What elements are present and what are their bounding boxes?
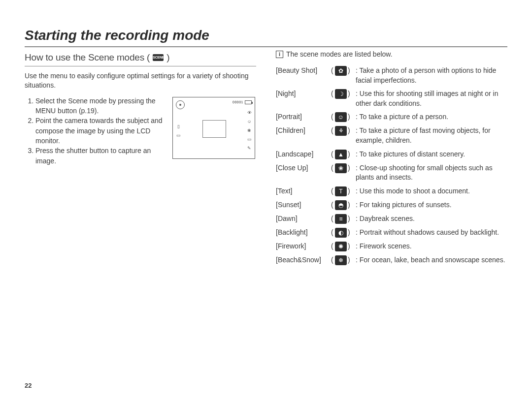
battery-icon (245, 100, 252, 104)
paren-open: ( (331, 112, 334, 122)
mode-name: [Beach&Snow] (276, 255, 331, 265)
iso-icon: ✎ (247, 146, 252, 151)
mode-desc: : To take pictures of distant scenery. (353, 150, 507, 159)
paren-open: ( (331, 228, 334, 238)
mode-desc: : Take a photo of a person with options … (353, 66, 507, 85)
paren-open: ( (331, 66, 334, 76)
mode-desc: : Use this for shooting still images at … (353, 89, 507, 108)
paren-close: ) (348, 112, 353, 122)
mode-row: [Portrait](☺): To take a picture of a pe… (276, 112, 507, 122)
mode-desc: : To take a picture of a person. (353, 112, 507, 122)
paren-open: ( (331, 200, 334, 210)
mode-icon: T (335, 186, 347, 196)
mode-desc: : Portrait without shadows caused by bac… (353, 228, 507, 238)
mode-name: [Night] (276, 89, 331, 99)
mode-name: [Beauty Shot] (276, 66, 331, 76)
mode-glyph: ✺ (338, 244, 343, 249)
step-item: Select the Scene mode by pressing the ME… (35, 96, 167, 116)
mode-icon: ❄ (335, 255, 347, 265)
section-heading: How to use the Scene modes ( SCENE ) (25, 52, 256, 63)
mode-desc: : For ocean, lake, beach and snowscape s… (353, 255, 507, 265)
paren-open: ( (331, 126, 334, 136)
mode-glyph: ▲ (338, 152, 344, 157)
mode-desc: : Use this mode to shoot a document. (353, 186, 507, 196)
paren-close: ) (348, 228, 353, 238)
intro-text: Use the menu to easily conﬁgure optimal … (25, 71, 256, 90)
right-column: i The scene modes are listed below. [Bea… (276, 50, 507, 269)
paren-close: ) (348, 186, 353, 196)
paren-close: ) (348, 89, 353, 99)
mode-desc: : Close-up shooting for small objects su… (353, 163, 507, 183)
macro-icon: ❀ (247, 128, 252, 133)
step-item: Point the camera towards the subject and… (35, 116, 167, 146)
mode-row: [Sunset](◓): For taking pictures of suns… (276, 200, 507, 210)
mode-glyph: ✿ (338, 68, 343, 74)
focus-frame-icon (202, 120, 226, 138)
modes-list-head: i The scene modes are listed below. (276, 50, 507, 58)
mode-icon: ◓ (335, 200, 347, 210)
mode-name: [Backlight] (276, 228, 331, 238)
mode-icon: ✿ (335, 66, 347, 76)
paren-open: ( (331, 255, 334, 265)
mode-desc: : For taking pictures of sunsets. (353, 200, 507, 210)
mode-row: [Children](⚘): To take a picture of fast… (276, 126, 507, 145)
mode-icon: ✺ (335, 242, 347, 251)
mode-row: [Close Up](❀): Close-up shooting for sma… (276, 163, 507, 183)
steps-list: Select the Scene mode by pressing the ME… (25, 96, 167, 166)
af-icon: ▯ (176, 124, 181, 129)
mode-name: [Text] (276, 186, 331, 196)
paren-open: ( (331, 89, 334, 99)
flash-icon: 👁 (247, 110, 252, 115)
modes-list-head-text: The scene modes are listed below. (286, 50, 393, 58)
title-rule (25, 46, 507, 47)
mode-glyph: ◐ (338, 230, 343, 236)
mode-name: [Sunset] (276, 200, 331, 210)
step-item: Press the shutter button to capture an i… (35, 146, 167, 166)
mode-desc: : Daybreak scenes. (353, 214, 507, 224)
mode-row: [Text](T): Use this mode to shoot a docu… (276, 186, 507, 196)
section-heading-text: How to use the Scene modes ( (25, 52, 150, 63)
mode-name: [Portrait] (276, 112, 331, 122)
mode-glyph: ⚘ (338, 128, 344, 134)
mode-desc: : To take a picture of fast moving objec… (353, 126, 507, 145)
scene-badge-icon: SCENE (153, 54, 164, 61)
mode-desc: : Firework scenes. (353, 242, 507, 251)
quality-icon: ▭ (247, 137, 252, 142)
modes-list: [Beauty Shot](✿): Take a photo of a pers… (276, 66, 507, 265)
mode-row: [Firework](✺): Firework scenes. (276, 242, 507, 251)
section-rule (25, 66, 256, 66)
paren-open: ( (331, 242, 334, 251)
page-number: 22 (25, 382, 32, 389)
lcd-illustration: 00001 👁 ☺ ❀ ▭ ✎ ▯ ▭ (172, 97, 255, 159)
mode-icon: ⚘ (335, 126, 347, 136)
drive-icon: ▭ (176, 133, 181, 138)
paren-close: ) (348, 242, 353, 251)
mode-icon: ≡ (335, 214, 347, 224)
mode-icon: ☺ (335, 112, 347, 122)
paren-close: ) (348, 150, 353, 159)
mode-glyph: ❀ (338, 165, 343, 171)
mode-dial-icon (176, 100, 185, 109)
paren-close: ) (348, 255, 353, 265)
mode-glyph: ❄ (338, 257, 343, 263)
mode-icon: ▲ (335, 150, 347, 159)
section-heading-close: ) (166, 52, 169, 63)
lcd-status-bar: 00001 (233, 100, 252, 104)
left-column: How to use the Scene modes ( SCENE ) Use… (25, 50, 256, 269)
page-title: Starting the recording mode (25, 28, 507, 43)
mode-row: [Beauty Shot](✿): Take a photo of a pers… (276, 66, 507, 85)
paren-close: ) (348, 66, 353, 76)
mode-glyph: ≡ (339, 216, 342, 222)
manual-page: Starting the recording mode How to use t… (0, 0, 532, 289)
mode-glyph: T (339, 188, 342, 194)
mode-icon: ☽ (335, 89, 347, 99)
paren-close: ) (348, 200, 353, 210)
mode-row: [Night](☽): Use this for shooting still … (276, 89, 507, 108)
paren-close: ) (348, 163, 353, 173)
lcd-counter: 00001 (233, 100, 243, 104)
mode-name: [Firework] (276, 242, 331, 251)
mode-row: [Beach&Snow](❄): For ocean, lake, beach … (276, 255, 507, 265)
paren-open: ( (331, 186, 334, 196)
mode-row: [Dawn](≡): Daybreak scenes. (276, 214, 507, 224)
paren-open: ( (331, 214, 334, 224)
